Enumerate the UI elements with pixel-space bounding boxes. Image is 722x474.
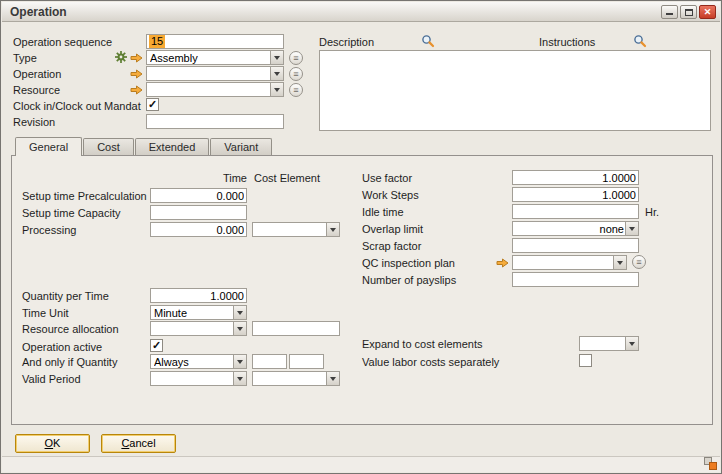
operation-active-checkbox[interactable]: ✓ — [150, 339, 163, 352]
clock-mandatory-checkbox[interactable]: ✓ — [146, 98, 159, 111]
and-only-if-quantity-label: And only if Quantity — [22, 356, 117, 368]
type-value: Assembly — [150, 52, 269, 64]
operation-window: Operation ✕ Operation sequence 15 Type A… — [0, 0, 722, 474]
type-label: Type — [13, 52, 37, 64]
magnifier-icon[interactable] — [421, 34, 435, 48]
time-unit-dropdown[interactable]: Minute — [150, 305, 247, 320]
idle-time-unit-label: Hr. — [645, 206, 659, 218]
time-column-header: Time — [150, 172, 247, 184]
link-arrow-icon[interactable] — [496, 258, 509, 268]
idle-time-input[interactable] — [512, 204, 639, 219]
quantity-per-time-input[interactable] — [150, 288, 247, 303]
setup-precalculation-input[interactable] — [150, 188, 247, 203]
valid-period-dropdown[interactable] — [150, 371, 247, 386]
titlebar[interactable]: Operation ✕ — [2, 2, 720, 22]
setup-precalculation-label: Setup time Precalculation — [22, 190, 147, 202]
combo-edit-icon[interactable]: ≡ — [289, 67, 303, 81]
cancel-button[interactable]: Cancel — [101, 434, 176, 453]
ok-button[interactable]: OK — [15, 434, 90, 453]
tab-cost[interactable]: Cost — [83, 138, 134, 155]
instructions-label: Instructions — [539, 36, 595, 48]
work-steps-label: Work Steps — [362, 189, 419, 201]
overlap-limit-dropdown[interactable]: none — [512, 221, 639, 236]
link-arrow-icon[interactable] — [130, 85, 143, 95]
valid-period-label: Valid Period — [22, 373, 81, 385]
check-icon: ✓ — [148, 98, 157, 110]
revision-input[interactable] — [146, 114, 284, 129]
tab-bar: General Cost Extended Variant — [15, 137, 273, 155]
processing-cost-element-dropdown[interactable] — [252, 222, 340, 237]
check-icon: ✓ — [152, 339, 161, 351]
revision-label: Revision — [13, 116, 55, 128]
setup-capacity-input[interactable] — [150, 205, 247, 220]
operation-label: Operation — [13, 68, 61, 80]
resource-allocation-extra-input[interactable] — [252, 321, 340, 336]
quantity-per-time-label: Quantity per Time — [22, 290, 109, 302]
use-factor-label: Use factor — [362, 172, 412, 184]
operation-sequence-value: 15 — [149, 35, 165, 48]
value-labor-costs-separately-checkbox[interactable] — [579, 354, 592, 367]
description-textarea[interactable] — [319, 50, 711, 131]
combo-edit-icon[interactable]: ≡ — [289, 51, 303, 65]
link-arrow-icon[interactable] — [130, 69, 143, 79]
setup-capacity-label: Setup time Capacity — [22, 207, 120, 219]
resource-dropdown[interactable] — [146, 82, 284, 97]
use-factor-input[interactable] — [512, 170, 639, 185]
chevron-down-icon[interactable] — [326, 223, 339, 236]
expand-to-cost-elements-label: Expand to cost elements — [362, 338, 482, 350]
valid-period-second-dropdown[interactable] — [252, 371, 340, 386]
number-of-payslips-label: Number of payslips — [362, 274, 456, 286]
processing-time-input[interactable] — [150, 222, 247, 237]
chevron-down-icon[interactable] — [270, 51, 283, 64]
resource-allocation-label: Resource allocation — [22, 323, 119, 335]
general-tab-panel: Time Cost Element Setup time Precalculat… — [11, 155, 713, 425]
chevron-down-icon[interactable] — [625, 337, 638, 350]
scrap-factor-input[interactable] — [512, 238, 639, 253]
description-label: Description — [319, 36, 374, 48]
gear-icon[interactable] — [114, 50, 128, 64]
and-only-if-quantity-dropdown[interactable]: Always — [150, 354, 247, 369]
tab-general[interactable]: General — [15, 137, 82, 156]
qc-inspection-plan-label: QC inspection plan — [362, 257, 455, 269]
close-button[interactable]: ✕ — [699, 5, 716, 19]
type-dropdown[interactable]: Assembly — [146, 50, 284, 65]
chevron-down-icon[interactable] — [233, 372, 246, 385]
processing-label: Processing — [22, 224, 76, 236]
clock-mandatory-label: Clock in/Clock out Mandat — [13, 100, 141, 112]
chevron-down-icon[interactable] — [270, 67, 283, 80]
tab-extended[interactable]: Extended — [135, 138, 209, 155]
time-unit-label: Time Unit — [22, 307, 69, 319]
combo-edit-icon[interactable]: ≡ — [632, 255, 646, 269]
chevron-down-icon[interactable] — [625, 222, 638, 235]
operation-sequence-input[interactable]: 15 — [146, 34, 284, 49]
combo-edit-icon[interactable]: ≡ — [289, 83, 303, 97]
expand-to-cost-elements-dropdown[interactable] — [579, 336, 639, 351]
link-arrow-icon[interactable] — [130, 53, 143, 63]
operation-dropdown[interactable] — [146, 66, 284, 81]
chevron-down-icon[interactable] — [233, 306, 246, 319]
status-bar — [2, 456, 720, 472]
resource-label: Resource — [13, 84, 60, 96]
window-title: Operation — [10, 5, 67, 19]
magnifier-icon[interactable] — [633, 34, 647, 48]
operation-sequence-label: Operation sequence — [13, 36, 112, 48]
chevron-down-icon[interactable] — [613, 256, 626, 269]
quantity-to-input[interactable] — [289, 354, 324, 369]
operation-active-label: Operation active — [22, 341, 102, 353]
maximize-button[interactable] — [680, 5, 697, 19]
number-of-payslips-input[interactable] — [512, 272, 639, 287]
chevron-down-icon[interactable] — [233, 355, 246, 368]
resize-grip-icon[interactable] — [704, 457, 717, 470]
qc-inspection-plan-dropdown[interactable] — [512, 255, 627, 270]
value-labor-costs-separately-label: Value labor costs separately — [362, 356, 499, 368]
minimize-button[interactable] — [661, 5, 678, 19]
quantity-from-input[interactable] — [252, 354, 287, 369]
resource-allocation-dropdown[interactable] — [150, 321, 247, 336]
tab-variant[interactable]: Variant — [210, 138, 272, 155]
work-steps-input[interactable] — [512, 187, 639, 202]
chevron-down-icon[interactable] — [326, 372, 339, 385]
scrap-factor-label: Scrap factor — [362, 240, 421, 252]
chevron-down-icon[interactable] — [270, 83, 283, 96]
cost-element-column-header: Cost Element — [254, 172, 320, 184]
chevron-down-icon[interactable] — [233, 322, 246, 335]
